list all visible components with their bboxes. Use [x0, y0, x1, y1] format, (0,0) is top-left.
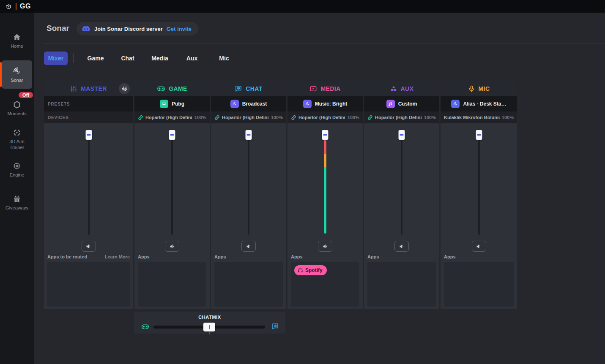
- mic-preset[interactable]: Alias - Desk Sta…: [441, 96, 517, 111]
- aux-preset[interactable]: Custom: [364, 96, 439, 111]
- sonar-tabs: Mixer Game Chat Media Aux Mic: [44, 52, 240, 65]
- link-icon: [138, 115, 143, 120]
- mic-volume-handle[interactable]: [476, 130, 482, 140]
- learn-more-link[interactable]: Learn More: [105, 254, 130, 259]
- game-fader-area: Apps: [134, 123, 210, 309]
- active-indicator: [0, 62, 2, 87]
- aux-volume-handle[interactable]: [399, 130, 405, 140]
- aux-device[interactable]: Hoparlör (High Defini… 100%: [364, 111, 439, 123]
- mic-device[interactable]: Kulaklık Mikrofon Bölümü … 100%: [441, 111, 517, 123]
- moments-icon: [13, 101, 21, 109]
- header-divider: [44, 43, 605, 44]
- devices-row-label: DEVICES: [48, 115, 69, 120]
- media-mute-button[interactable]: [318, 241, 332, 252]
- game-device[interactable]: Hoparlör (High Defini… 100%: [134, 111, 210, 123]
- chat-preset[interactable]: Broadcast: [211, 96, 286, 111]
- tab-mic[interactable]: Mic: [208, 52, 240, 64]
- discord-pill-text: Join Sonar Discord server: [94, 26, 163, 32]
- apps-to-be-routed-label: Apps to be routed: [47, 254, 87, 259]
- main-content: Sonar Join Sonar Discord server Get invi…: [34, 13, 605, 364]
- mic-header: MIC: [441, 81, 517, 96]
- media-volume-handle[interactable]: [322, 130, 329, 140]
- tab-chat[interactable]: Chat: [112, 52, 144, 64]
- master-volume-handle[interactable]: [85, 130, 92, 140]
- headphones-icon: [298, 268, 303, 273]
- mic-fader-area: Apps: [441, 123, 517, 309]
- tab-media[interactable]: Media: [144, 52, 176, 64]
- chat-preset-icon: [230, 100, 239, 108]
- chatmix-game-icon: [141, 323, 149, 331]
- channel-aux: AUX Custom Hoparlör (High Defini… 100%: [364, 81, 439, 309]
- sidebar-item-3d-aim-trainer[interactable]: 3D Aim Trainer: [0, 128, 34, 151]
- engine-icon: [13, 162, 21, 170]
- media-preset-icon: [303, 100, 312, 108]
- sidebar-item-moments[interactable]: Off Moments: [0, 101, 34, 117]
- mic-apps-box[interactable]: [444, 262, 514, 307]
- apps-label: Apps: [214, 254, 226, 259]
- tab-aux[interactable]: Aux: [176, 52, 208, 64]
- media-play-icon: [309, 85, 317, 92]
- sidebar-item-giveaways[interactable]: Giveaways: [0, 195, 34, 211]
- game-volume-handle[interactable]: [169, 130, 175, 140]
- presets-row-label: PRESETS: [48, 102, 70, 106]
- mic-volume-track[interactable]: [478, 140, 480, 235]
- mic-preset-icon: [451, 100, 460, 108]
- page-title: Sonar: [47, 24, 69, 33]
- game-preset[interactable]: Pubg: [134, 96, 210, 111]
- chatmix-chat-icon: [271, 323, 279, 330]
- media-apps-box[interactable]: Spotify: [291, 262, 359, 307]
- chat-volume-track[interactable]: [248, 140, 249, 235]
- media-level-meter: [324, 140, 326, 234]
- get-invite-link[interactable]: Get invite: [167, 26, 192, 32]
- spotify-app-badge[interactable]: Spotify: [294, 265, 327, 275]
- master-fader-area: Apps to be routed Learn More: [44, 123, 133, 309]
- aux-mute-button[interactable]: [394, 241, 409, 252]
- chat-device[interactable]: Hoparlör (High Defini… 100%: [211, 111, 286, 123]
- gg-brand-text: GG: [20, 3, 31, 10]
- steelseries-logo-icon: [5, 3, 12, 10]
- link-icon: [214, 115, 220, 120]
- apps-label: Apps: [291, 254, 303, 259]
- tab-game[interactable]: Game: [79, 52, 112, 64]
- master-mute-button[interactable]: [82, 241, 96, 252]
- chat-mute-button[interactable]: [241, 241, 256, 252]
- chatmix-slider-handle[interactable]: [203, 323, 215, 331]
- apps-label: Apps: [367, 254, 379, 259]
- master-apps-box[interactable]: [47, 262, 130, 307]
- media-device[interactable]: Hoparlör (High Defini… 100%: [287, 111, 363, 123]
- gamepad-icon: [157, 84, 165, 93]
- master-volume-track[interactable]: [88, 140, 90, 235]
- chatmix-slider-track[interactable]: [153, 326, 265, 329]
- mixer-grid: MASTER PRESETS DEVICES Apps to be routed…: [44, 81, 517, 309]
- game-volume-track[interactable]: [171, 140, 173, 235]
- top-bar: GG: [0, 0, 605, 13]
- aux-apps-box[interactable]: [367, 262, 436, 307]
- brand-divider: [16, 3, 16, 10]
- join-discord-pill[interactable]: Join Sonar Discord server Get invite: [77, 22, 198, 35]
- aux-volume-track[interactable]: [401, 140, 402, 235]
- game-apps-box[interactable]: [138, 262, 206, 307]
- link-icon: [291, 115, 296, 120]
- chat-fader-area: Apps: [211, 123, 286, 309]
- aux-header: AUX: [364, 81, 439, 96]
- tab-mixer[interactable]: Mixer: [44, 52, 68, 65]
- channel-mic: MIC Alias - Desk Sta… Kulaklık Mikrofon …: [441, 81, 517, 309]
- chatmix-label: CHATMIX: [134, 315, 285, 320]
- sidebar-item-sonar[interactable]: Sonar: [2, 60, 32, 89]
- chat-header: CHAT: [211, 81, 286, 96]
- game-mute-button[interactable]: [165, 241, 179, 252]
- chatmix-panel: CHATMIX: [134, 312, 285, 334]
- chat-volume-handle[interactable]: [246, 130, 252, 140]
- game-preset-icon: [160, 100, 168, 108]
- master-faders-icon: [70, 85, 77, 92]
- giveaways-icon: [13, 195, 21, 203]
- media-preset[interactable]: Music: Bright: [287, 96, 363, 111]
- apps-label: Apps: [444, 254, 456, 259]
- mic-mute-button[interactable]: [472, 241, 486, 252]
- master-settings-button[interactable]: [119, 83, 130, 94]
- sidebar-item-home[interactable]: Home: [0, 33, 34, 49]
- aim-trainer-icon: [13, 128, 21, 137]
- sidebar-item-engine[interactable]: Engine: [0, 162, 34, 178]
- chat-apps-box[interactable]: [214, 262, 283, 307]
- media-fader-area: Apps Spotify: [287, 123, 363, 309]
